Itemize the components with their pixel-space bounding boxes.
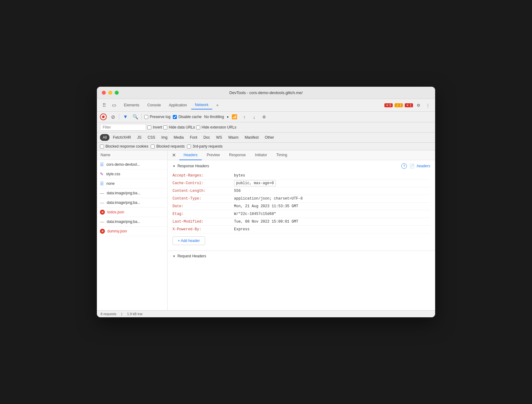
header-value: application/json; charset=UTF-8: [234, 196, 430, 201]
preserve-log-checkbox[interactable]: Preserve log: [144, 115, 170, 119]
request-headers-section[interactable]: ▼ Request Headers: [168, 251, 435, 261]
tab-application[interactable]: Application: [165, 101, 191, 109]
help-icon[interactable]: ?: [401, 163, 407, 169]
hide-extension-urls-checkbox[interactable]: Hide extension URLs: [196, 125, 236, 129]
list-item[interactable]: ☰ none: [97, 179, 167, 188]
tab-timing[interactable]: Timing: [272, 150, 292, 160]
file-list-header-label: Name: [101, 153, 110, 157]
tab-preview[interactable]: Preview: [202, 150, 224, 160]
list-item[interactable]: — data:image/png;ba...: [97, 198, 167, 208]
tab-network[interactable]: Network: [191, 101, 212, 109]
blocked-toolbar: Blocked response cookies Blocked request…: [97, 143, 435, 150]
filter-font[interactable]: Font: [187, 134, 200, 141]
upload-icon[interactable]: ↑: [241, 113, 248, 121]
third-party-input[interactable]: [187, 145, 191, 149]
list-item[interactable]: ☰ cors-demo-devtool...: [97, 160, 167, 169]
inspect-icon[interactable]: ⠿: [101, 101, 108, 109]
list-item[interactable]: ✎ style.css: [97, 169, 167, 179]
network-settings-icon[interactable]: ⚙: [260, 113, 268, 121]
filter-css[interactable]: CSS: [145, 134, 158, 141]
hide-data-urls-input[interactable]: [163, 125, 167, 129]
disable-cache-input[interactable]: [173, 115, 177, 119]
file-name: none: [106, 181, 164, 186]
tab-headers[interactable]: Headers: [179, 150, 202, 160]
panel-body: ▼ Response Headers ? 📄 .headers Accept-R…: [168, 160, 435, 310]
filter-img[interactable]: Img: [159, 134, 170, 141]
blocked-requests-label: Blocked requests: [156, 144, 185, 149]
header-value: Tue, 08 Nov 2022 15:00:01 GMT: [234, 220, 430, 224]
response-headers-section[interactable]: ▼ Response Headers ? 📄 .headers: [168, 160, 435, 172]
preserve-log-input[interactable]: [144, 115, 148, 119]
blocked-cookies-input[interactable]: [100, 145, 104, 149]
list-item[interactable]: ✕ dummy.json: [97, 227, 167, 236]
error-icon: ✕: [100, 210, 105, 215]
filter-doc[interactable]: Doc: [200, 134, 212, 141]
blocked-cookies-checkbox[interactable]: Blocked response cookies: [100, 144, 148, 149]
panel-tabs: ✕ Headers Preview Response Initiator Tim…: [168, 150, 435, 160]
filter-fetch-xhr[interactable]: Fetch/XHR: [110, 134, 134, 141]
file-name: data:image/png;ba...: [107, 220, 164, 224]
tab-more[interactable]: »: [213, 101, 222, 109]
devtools-window: DevTools - cors-demo-devtools.glitch.me/…: [97, 87, 435, 317]
tab-elements[interactable]: Elements: [120, 101, 143, 109]
filter-toolbar: Invert Hide data URLs Hide extension URL…: [97, 122, 435, 133]
clear-icon[interactable]: ⊘: [109, 113, 117, 121]
header-value: W/"22c-18457c15d68": [234, 212, 430, 216]
wifi-icon[interactable]: 📶: [231, 113, 238, 121]
hide-extension-urls-label: Hide extension URLs: [202, 125, 236, 129]
close-panel-button[interactable]: ✕: [170, 152, 177, 159]
divider2: [141, 114, 142, 120]
close-button[interactable]: [102, 91, 106, 95]
hide-extension-urls-input[interactable]: [196, 125, 200, 129]
warning-icon: ⚠: [396, 104, 399, 107]
search-icon[interactable]: 🔍: [132, 113, 139, 121]
invert-input[interactable]: [147, 125, 151, 129]
filter-media[interactable]: Media: [171, 134, 187, 141]
filter-icon[interactable]: ▼: [122, 113, 129, 121]
hide-data-urls-checkbox[interactable]: Hide data URLs: [163, 125, 195, 129]
network-toolbar: ⊘ ▼ 🔍 Preserve log Disable cache No thro…: [97, 112, 435, 122]
error-count: 5: [389, 104, 391, 107]
list-item[interactable]: — data:image/png;ba...: [97, 217, 167, 227]
settings-icon[interactable]: ⚙: [415, 101, 422, 109]
tab-console[interactable]: Console: [144, 101, 165, 109]
disable-cache-checkbox[interactable]: Disable cache: [173, 115, 201, 119]
css-icon: ✎: [100, 172, 104, 176]
device-icon[interactable]: ▭: [110, 101, 118, 109]
list-item[interactable]: — data:image/png;ba...: [97, 188, 167, 198]
headers-link-text: .headers: [416, 164, 430, 168]
download-icon[interactable]: ↓: [251, 113, 258, 121]
file-list: Name ☰ cors-demo-devtool... ✎ style.css …: [97, 150, 168, 310]
minimize-button[interactable]: [108, 91, 112, 95]
header-value: Express: [234, 227, 430, 232]
response-headers-title: Response Headers: [177, 164, 209, 168]
list-item[interactable]: ✕ todos.json: [97, 208, 167, 217]
maximize-button[interactable]: [115, 91, 119, 95]
throttle-select[interactable]: No throttling: [204, 115, 228, 119]
filter-wasm[interactable]: Wasm: [225, 134, 241, 141]
filter-input[interactable]: [100, 124, 146, 131]
third-party-checkbox[interactable]: 3rd-party requests: [187, 144, 222, 149]
stop-recording-button[interactable]: [100, 113, 107, 120]
invert-checkbox[interactable]: Invert: [147, 125, 162, 129]
invert-label: Invert: [153, 125, 162, 129]
filter-js[interactable]: JS: [134, 134, 144, 141]
info-badge: ✕ 1: [405, 103, 413, 107]
throttle-selector[interactable]: No throttling: [204, 115, 228, 119]
filter-ws[interactable]: WS: [213, 134, 225, 141]
header-row: X-Powered-By: Express: [173, 226, 430, 233]
file-name: data:image/png;ba...: [107, 191, 164, 195]
add-header-button[interactable]: + Add header: [173, 236, 205, 245]
blocked-requests-input[interactable]: [151, 145, 155, 149]
headers-link[interactable]: 📄 .headers: [409, 164, 430, 168]
blocked-requests-checkbox[interactable]: Blocked requests: [151, 144, 185, 149]
titlebar: DevTools - cors-demo-devtools.glitch.me/: [97, 87, 435, 99]
filter-all[interactable]: All: [100, 134, 109, 141]
more-options-icon[interactable]: ⋮: [424, 101, 431, 109]
header-row: Content-Length: 556: [173, 187, 430, 195]
filter-other[interactable]: Other: [262, 134, 277, 141]
filter-manifest[interactable]: Manifest: [242, 134, 261, 141]
tab-initiator[interactable]: Initiator: [251, 150, 271, 160]
tab-response[interactable]: Response: [225, 150, 250, 160]
header-value: public, max-age=0: [234, 181, 430, 185]
